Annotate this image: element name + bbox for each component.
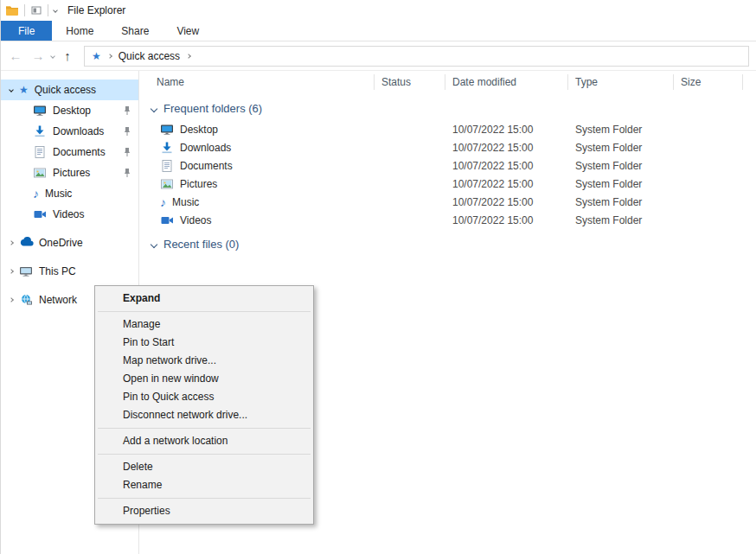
pin-icon xyxy=(123,147,131,160)
breadcrumb-location[interactable]: Quick access xyxy=(119,50,180,62)
pin-icon xyxy=(123,105,131,118)
tab-home[interactable]: Home xyxy=(52,21,107,41)
sidebar-item-pictures[interactable]: Pictures xyxy=(1,162,138,183)
sidebar-item-label: Desktop xyxy=(53,105,91,117)
title-bar: File Explorer xyxy=(1,0,756,21)
file-type: System Folder xyxy=(568,160,674,172)
group-collapse-icon[interactable] xyxy=(151,105,157,111)
sidebar-item-desktop[interactable]: Desktop xyxy=(1,100,138,121)
menu-item-delete[interactable]: Delete xyxy=(95,458,313,476)
menu-separator xyxy=(98,454,311,455)
menu-item-rename[interactable]: Rename xyxy=(95,476,313,494)
pin-icon xyxy=(123,126,131,139)
menu-item-open-in-new-window[interactable]: Open in new window xyxy=(95,370,313,388)
downloads-icon xyxy=(33,124,47,138)
column-header-size[interactable]: Size xyxy=(674,74,743,90)
tab-view[interactable]: View xyxy=(163,21,213,41)
column-header-row: Name Status Date modified Type Size xyxy=(139,71,756,93)
menu-item-expand[interactable]: Expand xyxy=(95,290,313,308)
address-bar[interactable]: ★ Quick access xyxy=(84,46,749,67)
file-explorer-window: File Explorer File Home Share View ← → ↑… xyxy=(0,0,756,554)
desktop-icon xyxy=(33,104,47,118)
documents-icon xyxy=(160,159,174,173)
sidebar-item-label: Music xyxy=(45,188,72,200)
menu-item-properties[interactable]: Properties xyxy=(95,502,313,520)
menu-item-disconnect-network-drive[interactable]: Disconnect network drive... xyxy=(95,406,313,424)
window-title: File Explorer xyxy=(67,4,125,16)
network-icon xyxy=(19,293,33,307)
quick-access-breadcrumb-icon: ★ xyxy=(92,51,101,61)
file-row-music[interactable]: ♪ Music 10/07/2022 15:00 System Folder xyxy=(139,193,756,211)
file-name: Documents xyxy=(180,160,233,172)
this-pc-icon xyxy=(19,264,33,278)
sidebar-item-music[interactable]: ♪ Music xyxy=(1,183,138,204)
sidebar-item-this-pc[interactable]: This PC xyxy=(1,261,138,282)
sidebar-item-documents[interactable]: Documents xyxy=(1,142,138,162)
sidebar-item-quick-access[interactable]: ★ Quick access xyxy=(1,80,138,100)
menu-item-pin-to-quick-access[interactable]: Pin to Quick access xyxy=(95,388,313,406)
sidebar-item-videos[interactable]: Videos xyxy=(1,204,138,225)
breadcrumb-chevron-icon[interactable] xyxy=(107,54,112,59)
file-row-downloads[interactable]: Downloads 10/07/2022 15:00 System Folder xyxy=(139,138,756,156)
pictures-icon xyxy=(160,177,174,191)
quick-access-toolbar-icon[interactable] xyxy=(30,4,42,16)
menu-item-manage[interactable]: Manage xyxy=(95,315,313,334)
recent-locations-dropdown-icon[interactable] xyxy=(50,54,55,59)
toolbar-separator xyxy=(24,4,25,16)
column-header-type[interactable]: Type xyxy=(568,74,674,90)
file-type: System Folder xyxy=(568,142,674,154)
sidebar-item-label: Videos xyxy=(53,208,84,220)
sidebar-item-onedrive[interactable]: OneDrive xyxy=(1,232,138,253)
menu-item-pin-to-start[interactable]: Pin to Start xyxy=(95,334,313,352)
column-header-name[interactable]: Name xyxy=(139,74,375,90)
menu-separator xyxy=(98,428,311,429)
file-name: Videos xyxy=(180,214,211,226)
file-name: Desktop xyxy=(180,124,218,136)
group-collapse-icon[interactable] xyxy=(151,240,157,247)
file-type: System Folder xyxy=(568,178,674,190)
file-row-documents[interactable]: Documents 10/07/2022 15:00 System Folder xyxy=(139,156,756,175)
file-date-modified: 10/07/2022 15:00 xyxy=(445,160,568,172)
context-menu: Expand Manage Pin to Start Map network d… xyxy=(94,285,314,525)
app-folder-icon xyxy=(5,3,19,17)
onedrive-cloud-icon xyxy=(19,236,33,250)
sidebar-item-label: Pictures xyxy=(53,167,90,179)
toolbar-dropdown-icon[interactable] xyxy=(53,8,58,13)
up-button-icon[interactable]: ↑ xyxy=(58,48,77,63)
file-date-modified: 10/07/2022 15:00 xyxy=(445,196,568,208)
breadcrumb-chevron-icon[interactable] xyxy=(186,54,191,59)
column-header-status[interactable]: Status xyxy=(375,74,445,90)
menu-item-map-network-drive[interactable]: Map network drive... xyxy=(95,352,313,370)
file-date-modified: 10/07/2022 15:00 xyxy=(445,178,568,190)
file-date-modified: 10/07/2022 15:00 xyxy=(445,142,568,154)
navigation-bar: ← → ↑ ★ Quick access xyxy=(1,41,756,71)
forward-button-icon[interactable]: → xyxy=(29,48,48,63)
tab-file[interactable]: File xyxy=(1,21,52,41)
videos-icon xyxy=(160,213,174,227)
downloads-icon xyxy=(160,141,174,155)
sidebar-item-downloads[interactable]: Downloads xyxy=(1,121,138,142)
group-header-label: Recent files (0) xyxy=(163,238,239,251)
group-header-recent-files[interactable]: Recent files (0) xyxy=(151,238,756,251)
file-row-desktop[interactable]: Desktop 10/07/2022 15:00 System Folder xyxy=(139,120,756,138)
menu-item-add-network-location[interactable]: Add a network location xyxy=(95,432,313,450)
file-type: System Folder xyxy=(568,124,674,136)
music-icon: ♪ xyxy=(33,188,39,200)
music-icon: ♪ xyxy=(160,196,166,208)
file-row-pictures[interactable]: Pictures 10/07/2022 15:00 System Folder xyxy=(139,175,756,193)
column-header-filler xyxy=(743,74,756,90)
file-row-videos[interactable]: Videos 10/07/2022 15:00 System Folder xyxy=(139,211,756,229)
file-type: System Folder xyxy=(568,214,674,226)
quick-access-star-icon: ★ xyxy=(19,85,29,95)
group-header-frequent-folders[interactable]: Frequent folders (6) xyxy=(151,102,756,115)
expander-right-icon[interactable] xyxy=(9,240,14,245)
sidebar-item-label: Documents xyxy=(53,146,106,158)
expander-down-icon[interactable] xyxy=(9,87,14,92)
expander-right-icon[interactable] xyxy=(9,297,14,302)
sidebar-item-label: Network xyxy=(39,294,77,306)
toolbar-separator xyxy=(48,4,48,16)
expander-right-icon[interactable] xyxy=(9,269,14,274)
back-button-icon[interactable]: ← xyxy=(6,48,25,63)
column-header-date-modified[interactable]: Date modified xyxy=(445,74,568,90)
tab-share[interactable]: Share xyxy=(107,21,163,41)
